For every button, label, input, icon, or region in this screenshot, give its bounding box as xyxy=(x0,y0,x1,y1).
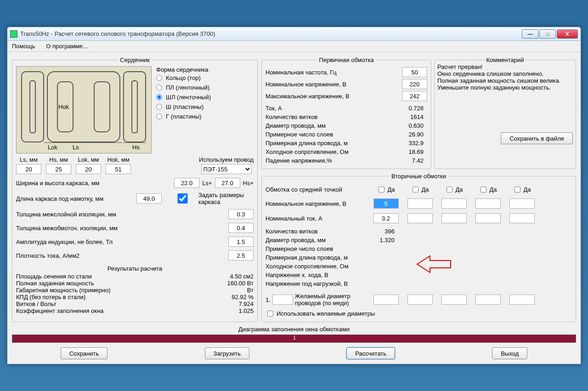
sec-i-2[interactable] xyxy=(407,213,433,223)
sec-i-5[interactable] xyxy=(509,213,535,223)
desired-d-5[interactable] xyxy=(509,295,535,305)
core-group: Сердечник Hok Lok Ls Hs xyxy=(12,57,258,322)
app-icon xyxy=(10,30,17,38)
minimize-button[interactable]: — xyxy=(522,29,538,39)
interwind-input[interactable] xyxy=(228,223,254,233)
sec-v-3[interactable] xyxy=(441,198,467,209)
menubar: Помощь О программе... xyxy=(7,41,581,52)
core-form-sh[interactable] xyxy=(156,104,162,110)
menu-help[interactable]: Помощь xyxy=(12,43,35,50)
close-button[interactable]: X xyxy=(557,29,578,39)
maximize-button[interactable]: □ xyxy=(539,29,556,39)
primary-in-1[interactable] xyxy=(402,79,427,89)
sec-i-3[interactable] xyxy=(441,213,467,223)
desired-d-2[interactable] xyxy=(407,295,433,305)
sec-i-4[interactable] xyxy=(475,213,501,223)
desired-d-4[interactable] xyxy=(475,295,501,305)
hok-input[interactable] xyxy=(106,164,131,174)
j-input[interactable] xyxy=(228,250,254,261)
core-form-ring[interactable] xyxy=(156,75,162,81)
save-button[interactable]: Сохранить xyxy=(61,347,108,359)
core-form-shl[interactable] xyxy=(156,94,162,100)
midtap-5[interactable] xyxy=(514,187,520,193)
desired-1[interactable] xyxy=(272,295,293,305)
titlebar: Trans50Hz - Расчет сетевого силового тра… xyxy=(7,27,581,41)
primary-in-0[interactable] xyxy=(402,67,427,77)
lok-input[interactable] xyxy=(76,164,101,174)
core-form-pl[interactable] xyxy=(156,85,162,91)
set-frame-checkbox[interactable] xyxy=(170,193,195,204)
core-form-label: Форма сердечника xyxy=(156,66,254,73)
results-title: Результаты расчета xyxy=(16,265,254,272)
core-form-g[interactable] xyxy=(156,113,162,119)
secondary-legend: Вторичные обмотки xyxy=(390,173,448,180)
secondary-group: Вторичные обмотки Обмотка со средней точ… xyxy=(261,173,576,322)
sec-i-1[interactable] xyxy=(373,213,399,223)
frame-w-input[interactable] xyxy=(174,178,199,188)
exit-button[interactable]: Выход xyxy=(492,347,527,359)
use-desired-checkbox[interactable] xyxy=(267,311,273,317)
primary-legend: Первичная обмотка xyxy=(317,57,375,63)
calc-button[interactable]: Рассчитать xyxy=(346,347,395,359)
primary-group: Первичная обмотка Номинальная частота, Г… xyxy=(261,57,431,169)
frame-h-input[interactable] xyxy=(215,178,240,188)
comment-text: Расчет прерван! Окно сердечника слишком … xyxy=(437,63,573,91)
sec-v-2[interactable] xyxy=(407,198,433,209)
midtap-1[interactable] xyxy=(379,187,384,193)
hs-input[interactable] xyxy=(46,164,71,174)
midtap-2[interactable] xyxy=(413,187,418,193)
core-legend: Сердечник xyxy=(118,57,152,63)
app-window: Trans50Hz - Расчет сетевого силового тра… xyxy=(7,27,581,364)
sec-v-5[interactable] xyxy=(509,198,535,209)
desired-d-3[interactable] xyxy=(441,295,467,305)
save-file-button[interactable]: Сохранить в файле xyxy=(501,132,573,144)
frame-len-input[interactable] xyxy=(136,193,162,204)
interlayer-input[interactable] xyxy=(228,209,254,219)
diagram-label: Диаграмма заполнения окна обмотками xyxy=(12,326,576,333)
fill-diagram: 1 xyxy=(12,334,576,343)
ls-input[interactable] xyxy=(16,164,41,174)
menu-about[interactable]: О программе... xyxy=(46,43,87,50)
primary-in-2[interactable] xyxy=(402,91,427,101)
sec-v-4[interactable] xyxy=(475,198,501,209)
wire-select[interactable]: ПЭТ-155 xyxy=(201,164,252,174)
midtap-4[interactable] xyxy=(481,187,486,193)
midtap-3[interactable] xyxy=(447,187,452,193)
window-title: Trans50Hz - Расчет сетевого силового тра… xyxy=(20,30,522,37)
induction-input[interactable] xyxy=(228,237,254,247)
desired-d-1[interactable] xyxy=(373,295,399,305)
load-button[interactable]: Загрузить xyxy=(205,347,249,359)
core-diagram: Hok Lok Ls Hs xyxy=(16,66,152,153)
comment-legend: Комментарий xyxy=(485,57,526,63)
comment-group: Комментарий Расчет прерван! Окно сердечн… xyxy=(434,57,576,169)
sec-v-1[interactable] xyxy=(373,198,399,209)
